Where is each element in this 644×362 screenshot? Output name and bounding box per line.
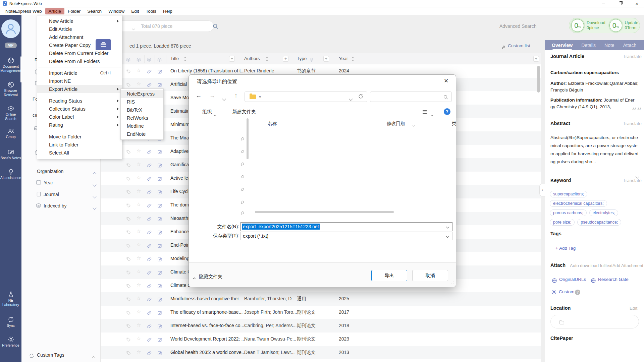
- add-column-button[interactable]: +: [533, 56, 539, 62]
- tag-icon[interactable]: [126, 269, 131, 276]
- edit-icon[interactable]: [157, 189, 162, 195]
- type-stack-icon[interactable]: [309, 56, 314, 62]
- submenu-item-bibtex[interactable]: BibTeX: [121, 106, 163, 114]
- history-chevron-icon[interactable]: [223, 96, 225, 102]
- article-title[interactable]: Carbon/carbon supercapacitors: [550, 69, 639, 76]
- sidebar-item-preference[interactable]: Preference: [0, 336, 21, 348]
- edit-icon[interactable]: [157, 162, 162, 168]
- menu-item-edit-article[interactable]: Edit Article: [37, 25, 122, 33]
- star-icon[interactable]: ☆: [137, 255, 141, 261]
- sidebar-item-browser-retrieval[interactable]: Browser Retrieval: [0, 81, 21, 97]
- custom-link[interactable]: Custom: [559, 289, 575, 294]
- view-mode-chevron-icon[interactable]: [431, 111, 433, 117]
- edit-icon[interactable]: [157, 202, 162, 208]
- paperclip-icon[interactable]: [147, 256, 152, 262]
- menubar-item-article[interactable]: Article: [45, 8, 65, 14]
- tag-icon[interactable]: [126, 162, 131, 168]
- menu-item-new-article[interactable]: New Article: [37, 17, 122, 25]
- tag-icon[interactable]: [126, 256, 131, 262]
- organize-button[interactable]: 组织: [202, 109, 212, 115]
- edit-icon[interactable]: [157, 269, 162, 276]
- pin-icon[interactable]: [239, 161, 247, 168]
- paperclip-icon[interactable]: [147, 269, 152, 276]
- translate-link[interactable]: Translate: [623, 54, 642, 59]
- file-name-dropdown-icon[interactable]: [446, 225, 449, 229]
- dialog-search-box[interactable]: [370, 92, 452, 102]
- pin-icon[interactable]: [239, 135, 247, 143]
- table-scrollbar[interactable]: [537, 66, 540, 93]
- paperclip-icon[interactable]: [147, 68, 152, 74]
- save-type-select[interactable]: export (*.txt): [240, 232, 452, 240]
- keyword-pill[interactable]: supercapacitors;: [550, 191, 587, 197]
- view-mode-icon[interactable]: [422, 109, 428, 115]
- resize-grip[interactable]: [450, 281, 454, 285]
- cancel-button[interactable]: 取消: [412, 270, 448, 281]
- column-stack-icon[interactable]: [147, 56, 152, 62]
- table-row[interactable]: ☆Mindfulness-based cognitive ther...Barn…: [101, 292, 541, 306]
- keyword-pill[interactable]: pseudocapacitance;: [577, 219, 621, 226]
- star-icon[interactable]: ☆: [137, 228, 141, 234]
- keyword-pill[interactable]: electrolytes;: [589, 209, 619, 216]
- translate-link[interactable]: Translate: [623, 121, 642, 126]
- sort-year-icon[interactable]: [352, 57, 354, 61]
- tag-icon[interactable]: [126, 283, 131, 289]
- menubar-item-edit[interactable]: Edit: [128, 8, 142, 14]
- column-resize-handle[interactable]: +: [323, 56, 329, 62]
- tab-overview[interactable]: Overview: [552, 43, 573, 48]
- tag-icon[interactable]: [126, 229, 131, 235]
- collapse-organization-icon[interactable]: [93, 171, 96, 177]
- paperclip-icon[interactable]: [147, 176, 152, 182]
- menu-item-delete-from-current-folder[interactable]: Delete From Current Folder: [37, 49, 122, 57]
- add-tag-button[interactable]: + Add Tag: [555, 246, 576, 251]
- menu-item-link-to-folder[interactable]: Link to Folder: [37, 141, 122, 149]
- refresh-icon[interactable]: [358, 93, 364, 99]
- paperclip-icon[interactable]: [147, 310, 152, 316]
- submenu-item-ris[interactable]: RIS: [121, 98, 163, 106]
- menu-item-import-ne[interactable]: Import NE: [37, 77, 122, 85]
- paperclip-icon[interactable]: [147, 82, 152, 88]
- originalurls-link[interactable]: OriginalURLs: [559, 277, 586, 282]
- paperclip-icon[interactable]: [147, 323, 152, 329]
- menu-item-color-label[interactable]: Color Label: [37, 113, 122, 121]
- translate-link[interactable]: Translate: [623, 178, 642, 183]
- save-type-dropdown-icon[interactable]: [446, 235, 449, 238]
- sidebar-item-ai-assistance[interactable]: AI assistance: [0, 168, 21, 180]
- dialog-column-type[interactable]: 类: [452, 121, 456, 127]
- menubar-item-noteexpress-web[interactable]: NoteExpress Web: [2, 8, 45, 14]
- menubar-item-help[interactable]: Help: [160, 8, 176, 14]
- search-icon[interactable]: [212, 23, 219, 29]
- location-box[interactable]: [550, 315, 639, 328]
- star-icon[interactable]: ☆: [137, 282, 141, 288]
- menu-item-delete-from-all-folders[interactable]: Delete From All Folders: [37, 57, 122, 65]
- edit-icon[interactable]: [157, 68, 162, 74]
- star-icon[interactable]: ☆: [137, 175, 141, 181]
- tag-icon[interactable]: [126, 296, 131, 302]
- maximize-restore-button[interactable]: [614, 0, 626, 7]
- tag-icon[interactable]: [126, 310, 131, 316]
- column-authors[interactable]: Authors: [244, 56, 260, 61]
- star-icon[interactable]: ☆: [137, 161, 141, 167]
- nav-pane-scrollbar[interactable]: [247, 118, 249, 159]
- edit-icon[interactable]: [157, 350, 162, 356]
- menubar-item-search[interactable]: Search: [84, 8, 105, 14]
- tag-icon[interactable]: [126, 189, 131, 195]
- submenu-item-endnote[interactable]: EndNote: [121, 130, 163, 138]
- panel-collapse-handle[interactable]: ‹: [539, 184, 545, 196]
- menubar-item-tools[interactable]: Tools: [142, 8, 160, 14]
- tag-icon[interactable]: [126, 149, 131, 155]
- edit-icon[interactable]: [157, 337, 162, 343]
- keyword-pill[interactable]: electrochemical capacitors;: [550, 200, 607, 207]
- refresh-tags-icon[interactable]: [29, 352, 35, 359]
- tab-note[interactable]: Note: [604, 43, 614, 48]
- search-box[interactable]: Total 878 piece: [111, 20, 214, 32]
- pin-icon[interactable]: [239, 173, 247, 181]
- date-sort-chevron-icon[interactable]: [413, 122, 415, 128]
- question-icon[interactable]: ?: [575, 290, 580, 295]
- sort-authors-icon[interactable]: [266, 57, 268, 61]
- column-stack-icon[interactable]: [126, 56, 131, 62]
- custom-list-button[interactable]: Custom list: [508, 43, 530, 48]
- custom-tags-label[interactable]: Custom Tags: [37, 352, 64, 358]
- paperclip-icon[interactable]: [147, 162, 152, 168]
- status-badges[interactable]: 0% Download0piece 0% Update0Term: [569, 18, 640, 33]
- edit-icon[interactable]: [157, 216, 162, 222]
